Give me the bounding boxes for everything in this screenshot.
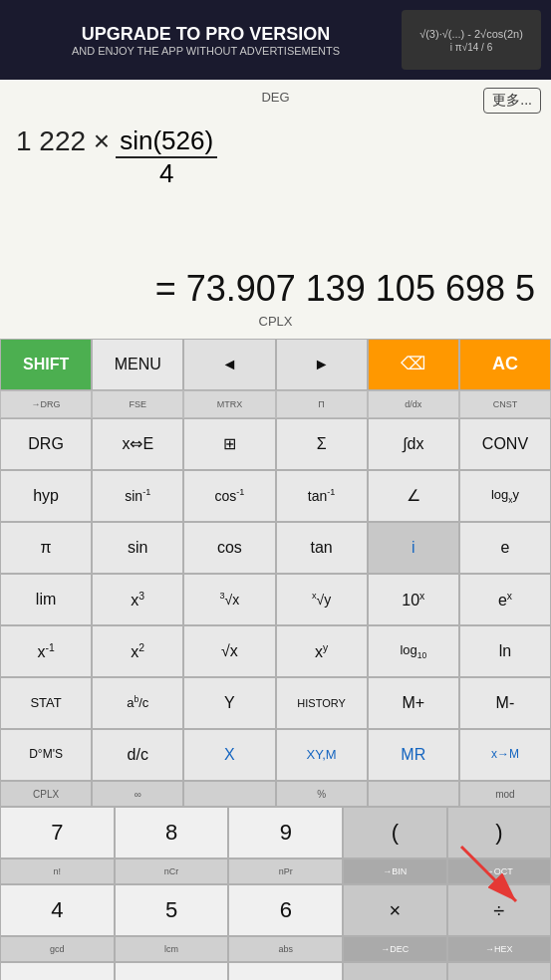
npr-sub: nPr	[228, 858, 343, 884]
xym-key[interactable]: XY,M	[276, 729, 368, 781]
log10-key[interactable]: log10	[368, 625, 459, 677]
ad-title: UPGRADE TO PRO VERSION	[10, 24, 402, 45]
ten-pow-key[interactable]: 10x	[368, 574, 459, 625]
keyboard-row-12: n! nCr nPr →BIN →OCT	[0, 858, 551, 884]
deg-label: DEG	[261, 90, 289, 105]
gcd-sub: gcd	[0, 936, 115, 962]
hyp-key[interactable]: hyp	[0, 470, 92, 522]
expression-area: 1 222 × sin(526) 4	[16, 125, 535, 268]
tan-inv-key[interactable]: tan-1	[276, 470, 368, 522]
num8-key[interactable]: 8	[115, 807, 229, 858]
lim-key[interactable]: lim	[0, 574, 92, 625]
keyboard-row-11: 7 8 9 ( )	[0, 807, 551, 858]
ac-key[interactable]: AC	[459, 339, 551, 390]
left-arrow-key[interactable]: ◄	[183, 339, 275, 390]
rparen-key[interactable]: )	[447, 807, 551, 858]
more-button[interactable]: 更多...	[483, 88, 541, 114]
pi-key[interactable]: π	[0, 522, 92, 574]
history-key[interactable]: HISTORY	[276, 677, 368, 729]
keyboard-row-4: hyp sin-1 cos-1 tan-1 ∠ logxy	[0, 470, 551, 522]
matrix-key[interactable]: ⊞	[183, 418, 275, 470]
mod-label-key: mod	[459, 781, 551, 807]
tan-key[interactable]: tan	[276, 522, 368, 574]
ln-key[interactable]: ln	[459, 625, 551, 677]
shift-key[interactable]: SHIFT	[0, 339, 92, 390]
xtom-key[interactable]: x→M	[459, 729, 551, 781]
sigma-key[interactable]: Σ	[276, 418, 368, 470]
keyboard-row-5: π sin cos tan i e	[0, 522, 551, 574]
abs-sub: abs	[228, 936, 343, 962]
keyboard-row-7: x-1 x2 √x xy log10 ln	[0, 625, 551, 677]
logxy-key[interactable]: logxy	[459, 470, 551, 522]
angle-key[interactable]: ∠	[368, 470, 459, 522]
nfact-sub: n!	[0, 858, 115, 884]
keyboard-row-1: SHIFT MENU ◄ ► ⌫ AC	[0, 339, 551, 390]
conv-key[interactable]: CONV	[459, 418, 551, 470]
integral-key[interactable]: ∫dx	[368, 418, 459, 470]
mminus-key[interactable]: M-	[459, 677, 551, 729]
keyboard-row-6: lim x3 3√x x√y 10x ex	[0, 574, 551, 625]
cos-inv-key[interactable]: cos-1	[183, 470, 275, 522]
divide-key[interactable]: ÷	[447, 884, 551, 936]
imag-i-key[interactable]: i	[368, 522, 459, 574]
fse-sub: FSE	[92, 390, 183, 418]
mplus-key[interactable]: M+	[368, 677, 459, 729]
empty-label-2	[368, 781, 459, 807]
plus-key[interactable]: +	[343, 962, 446, 980]
num2-key[interactable]: 2	[115, 962, 229, 980]
pct-label-key: %	[276, 781, 368, 807]
keyboard-row-14: gcd lcm abs →DEC →HEX	[0, 936, 551, 962]
right-arrow-key[interactable]: ►	[276, 339, 368, 390]
num1-key[interactable]: 1	[0, 962, 115, 980]
x-inv-key[interactable]: x-1	[0, 625, 92, 677]
sqrt-key[interactable]: √x	[183, 625, 275, 677]
sin-key[interactable]: sin	[92, 522, 183, 574]
e-pow-key[interactable]: ex	[459, 574, 551, 625]
keyboard-row-15: 1 2 3 + −	[0, 962, 551, 980]
keyboard-row-13: 4 5 6 × ÷	[0, 884, 551, 936]
x-sq-key[interactable]: x2	[92, 625, 183, 677]
sin-fraction: sin(526) 4	[116, 125, 217, 189]
ad-text-area: UPGRADE TO PRO VERSION AND ENJOY THE APP…	[10, 24, 402, 57]
sin-inv-key[interactable]: sin-1	[92, 470, 183, 522]
euler-e-key[interactable]: e	[459, 522, 551, 574]
keyboard: SHIFT MENU ◄ ► ⌫ AC →DRG FSE MTRX Π	[0, 339, 551, 980]
num3-key[interactable]: 3	[228, 962, 343, 980]
num6-key[interactable]: 6	[228, 884, 343, 936]
x-cube-key[interactable]: x3	[92, 574, 183, 625]
stat-key[interactable]: STAT	[0, 677, 92, 729]
ad-banner[interactable]: UPGRADE TO PRO VERSION AND ENJOY THE APP…	[0, 0, 551, 80]
keyboard-row-9: D°M'S d/c X XY,M MR x→M	[0, 729, 551, 781]
drg-sub: →DRG	[0, 390, 92, 418]
lcm-sub: lcm	[115, 936, 229, 962]
cnst-sub: CNST	[459, 390, 551, 418]
drg-key[interactable]: DRG	[0, 418, 92, 470]
keyboard-row-2: →DRG FSE MTRX Π d/dx CNST	[0, 390, 551, 418]
lparen-key[interactable]: (	[343, 807, 446, 858]
num9-key[interactable]: 9	[228, 807, 343, 858]
cube-root-key[interactable]: 3√x	[183, 574, 275, 625]
to-hex-sub: →HEX	[447, 936, 551, 962]
nth-root-key[interactable]: x√y	[276, 574, 368, 625]
cos-key[interactable]: cos	[183, 522, 275, 574]
num4-key[interactable]: 4	[0, 884, 115, 936]
Y-key[interactable]: Y	[183, 677, 275, 729]
keyboard-row-3: DRG x⇔E ⊞ Σ ∫dx CONV	[0, 418, 551, 470]
fraction-numerator: sin(526)	[116, 125, 217, 158]
cplx-label-key: CPLX	[0, 781, 92, 807]
menu-key[interactable]: MENU	[92, 339, 183, 390]
dc-key[interactable]: d/c	[92, 729, 183, 781]
X-key[interactable]: X	[183, 729, 275, 781]
ncr-sub: nCr	[115, 858, 229, 884]
mr-key[interactable]: MR	[368, 729, 459, 781]
multiply-key[interactable]: ×	[343, 884, 446, 936]
minus-key[interactable]: −	[447, 962, 551, 980]
xe-key[interactable]: x⇔E	[92, 418, 183, 470]
abc-key[interactable]: ab/c	[92, 677, 183, 729]
num7-key[interactable]: 7	[0, 807, 115, 858]
num5-key[interactable]: 5	[115, 884, 229, 936]
dms-key[interactable]: D°M'S	[0, 729, 92, 781]
backspace-key[interactable]: ⌫	[368, 339, 459, 390]
x-pow-y-key[interactable]: xy	[276, 625, 368, 677]
mtrx-sub: MTRX	[183, 390, 275, 418]
